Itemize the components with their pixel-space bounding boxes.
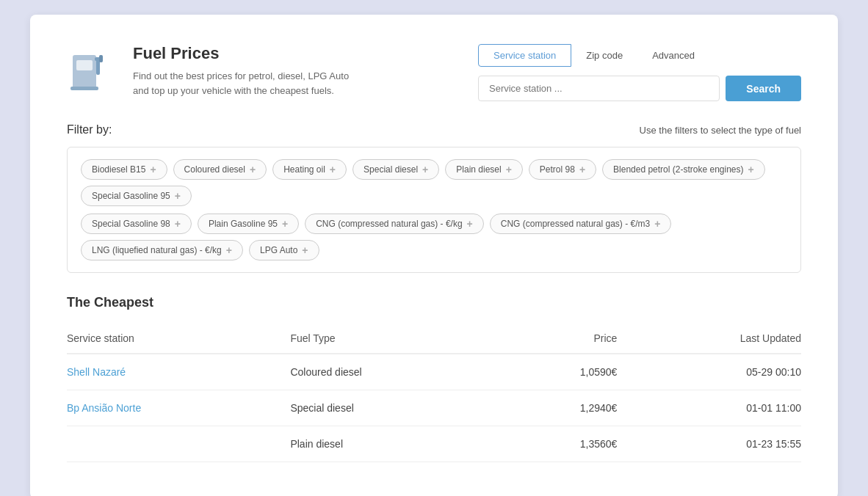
filter-label: Filter by: bbox=[67, 123, 112, 136]
tab-advanced[interactable]: Advanced bbox=[637, 45, 709, 66]
tab-service-station[interactable]: Service station bbox=[478, 44, 571, 67]
col-last-updated: Last Updated bbox=[617, 325, 801, 354]
svg-rect-5 bbox=[70, 87, 98, 90]
header-text: Fuel Prices Find out the best prices for… bbox=[133, 44, 456, 98]
search-row: Search bbox=[478, 76, 801, 101]
search-input[interactable] bbox=[478, 76, 720, 101]
filter-tag-petrol98[interactable]: Petrol 98+ bbox=[529, 159, 596, 180]
table-row: Shell Nazaré Coloured diesel 1,0590€ 05-… bbox=[67, 354, 801, 390]
station-link-0[interactable]: Shell Nazaré bbox=[67, 366, 126, 378]
search-button[interactable]: Search bbox=[726, 76, 801, 101]
last-updated-2: 01-23 15:55 bbox=[617, 426, 801, 462]
search-section: Service station Zip code Advanced Search bbox=[478, 44, 801, 101]
last-updated-0: 05-29 00:10 bbox=[617, 354, 801, 390]
filter-tag-blended-petrol[interactable]: Blended petrol (2-stroke engines)+ bbox=[602, 159, 765, 180]
station-name-1: Bp Ansião Norte bbox=[67, 390, 290, 426]
filter-hint: Use the filters to select the type of fu… bbox=[640, 125, 801, 136]
filter-box: Biodiesel B15+ Coloured diesel+ Heating … bbox=[67, 147, 801, 273]
svg-rect-0 bbox=[73, 55, 96, 88]
price-1: 1,2940€ bbox=[505, 390, 617, 426]
filter-tag-plain-gasoline95[interactable]: Plain Gasoline 95+ bbox=[198, 214, 299, 234]
page-title: Fuel Prices bbox=[133, 44, 456, 63]
filter-tag-special-gasoline95[interactable]: Special Gasoline 95+ bbox=[81, 186, 192, 206]
col-price: Price bbox=[505, 325, 617, 354]
filter-tag-special-diesel[interactable]: Special diesel+ bbox=[352, 159, 439, 180]
station-name-0: Shell Nazaré bbox=[67, 354, 290, 390]
cheapest-title: The Cheapest bbox=[67, 295, 801, 310]
filter-tag-plain-diesel[interactable]: Plain diesel+ bbox=[445, 159, 523, 180]
filter-tag-special-gasoline98[interactable]: Special Gasoline 98+ bbox=[81, 214, 192, 234]
last-updated-1: 01-01 11:00 bbox=[617, 390, 801, 426]
fuel-pump-icon bbox=[67, 44, 111, 95]
filter-tag-lpg-auto[interactable]: LPG Auto+ bbox=[249, 240, 319, 260]
svg-rect-4 bbox=[99, 55, 103, 62]
filter-tag-cng-kg[interactable]: CNG (compressed natural gas) - €/kg+ bbox=[305, 214, 484, 234]
station-name-2 bbox=[67, 426, 290, 462]
price-2: 1,3560€ bbox=[505, 426, 617, 462]
header-section: Fuel Prices Find out the best prices for… bbox=[67, 44, 801, 101]
filter-tag-lng-kg[interactable]: LNG (liquefied natural gas) - €/kg+ bbox=[81, 240, 243, 260]
filter-tag-coloured-diesel[interactable]: Coloured diesel+ bbox=[173, 159, 267, 180]
filter-tag-biodiesel[interactable]: Biodiesel B15+ bbox=[81, 159, 167, 180]
main-card: Fuel Prices Find out the best prices for… bbox=[30, 15, 838, 496]
fuel-type-0: Coloured diesel bbox=[290, 354, 505, 390]
filter-tag-cng-m3[interactable]: CNG (compressed natural gas) - €/m3+ bbox=[490, 214, 672, 234]
table-row: Plain diesel 1,3560€ 01-23 15:55 bbox=[67, 426, 801, 462]
station-link-1[interactable]: Bp Ansião Norte bbox=[67, 402, 141, 414]
price-0: 1,0590€ bbox=[505, 354, 617, 390]
fuel-type-2: Plain diesel bbox=[290, 426, 505, 462]
filter-tag-heating-oil[interactable]: Heating oil+ bbox=[272, 159, 347, 180]
search-tabs: Service station Zip code Advanced bbox=[478, 44, 801, 67]
svg-rect-1 bbox=[76, 60, 93, 70]
col-station: Service station bbox=[67, 325, 290, 354]
col-fuel-type: Fuel Type bbox=[290, 325, 505, 354]
page-description: Find out the best prices for petrol, die… bbox=[133, 69, 353, 98]
filter-header: Filter by: Use the filters to select the… bbox=[67, 123, 801, 136]
filter-row-1: Biodiesel B15+ Coloured diesel+ Heating … bbox=[81, 159, 787, 206]
table-header-row: Service station Fuel Type Price Last Upd… bbox=[67, 325, 801, 354]
cheapest-table: Service station Fuel Type Price Last Upd… bbox=[67, 325, 801, 462]
filter-row-2: Special Gasoline 98+ Plain Gasoline 95+ … bbox=[81, 214, 787, 260]
fuel-type-1: Special diesel bbox=[290, 390, 505, 426]
table-row: Bp Ansião Norte Special diesel 1,2940€ 0… bbox=[67, 390, 801, 426]
tab-zip-code[interactable]: Zip code bbox=[571, 45, 637, 66]
